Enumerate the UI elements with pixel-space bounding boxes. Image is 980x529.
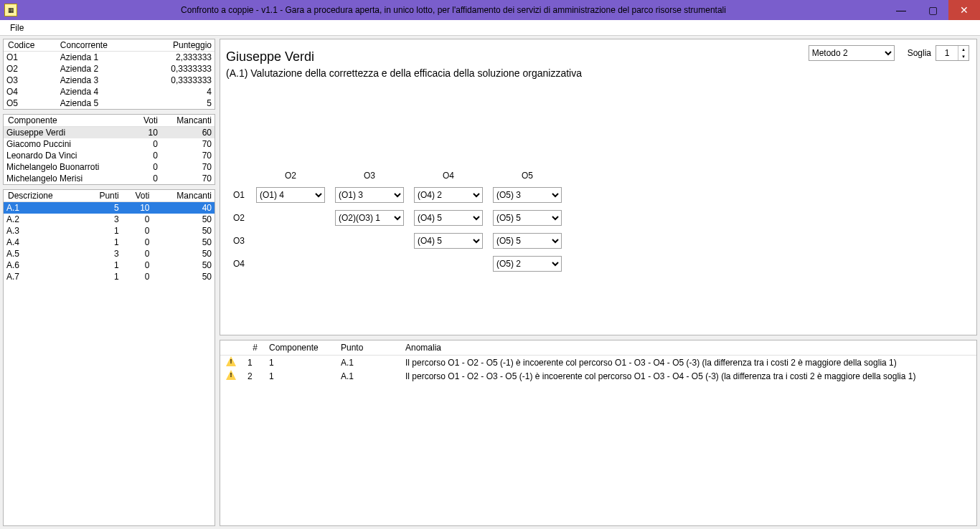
pair-select[interactable]: (O5) 2 xyxy=(493,256,562,272)
pair-select[interactable]: (O5) 3 xyxy=(493,187,562,203)
soglia-input[interactable] xyxy=(936,46,958,60)
table-row[interactable]: O4Azienda 44 xyxy=(4,86,215,97)
pair-select[interactable]: (O5) 5 xyxy=(493,233,562,249)
warning-icon xyxy=(226,370,236,380)
table-row[interactable]: A.41050 xyxy=(4,237,215,248)
spinner-up-icon[interactable]: ▲ xyxy=(958,46,969,53)
grid-row-label: O1 xyxy=(230,186,249,204)
main-panel: Metodo 2 Soglia ▲ ▼ Giuseppe Verdi (A.1)… xyxy=(220,39,977,335)
minimize-button[interactable]: — xyxy=(885,0,917,20)
col-voti[interactable]: Voti xyxy=(134,115,161,127)
panel-descrizioni: Descrizione Punti Voti Mancanti A.151040… xyxy=(3,189,215,526)
col-voti-d[interactable]: Voti xyxy=(122,190,153,202)
table-row[interactable]: O3Azienda 30,3333333 xyxy=(4,75,215,86)
grid-col-label: O3 xyxy=(332,171,407,181)
col-punti[interactable]: Punti xyxy=(83,190,122,202)
menubar: File xyxy=(0,20,980,36)
pair-select[interactable]: (O5) 5 xyxy=(493,210,562,226)
soglia-spinner[interactable]: ▲ ▼ xyxy=(936,45,969,61)
table-row[interactable]: A.31050 xyxy=(4,225,215,237)
table-row[interactable]: A.71050 xyxy=(4,271,215,282)
table-row[interactable]: Michelangelo Buonarroti070 xyxy=(4,161,215,173)
table-row[interactable]: O2Azienda 20,3333333 xyxy=(4,63,215,75)
col-an-punto[interactable]: Punto xyxy=(335,340,400,356)
col-concorrente[interactable]: Concorrente xyxy=(57,39,141,52)
table-row[interactable]: O5Azienda 55 xyxy=(4,97,215,109)
col-componente[interactable]: Componente xyxy=(4,115,134,127)
col-an-anomalia[interactable]: Anomalia xyxy=(400,340,976,356)
col-hash[interactable]: # xyxy=(242,340,263,356)
table-row[interactable]: A.151040 xyxy=(4,202,215,214)
col-descrizione[interactable]: Descrizione xyxy=(4,190,83,202)
grid-col-label: O4 xyxy=(411,171,486,181)
table-row[interactable]: Leonardo Da Vinci070 xyxy=(4,150,215,161)
warning-icon xyxy=(226,356,236,366)
col-warn[interactable] xyxy=(220,340,242,356)
method-select[interactable]: Metodo 2 xyxy=(809,45,895,61)
col-an-componente[interactable]: Componente xyxy=(263,340,335,356)
app-icon: ▦ xyxy=(4,4,17,16)
pair-select[interactable]: (O4) 2 xyxy=(414,187,483,203)
grid-row-label: O3 xyxy=(230,232,249,249)
criterion-subheading: (A.1) Valutazione della correttezza e de… xyxy=(226,67,971,79)
table-row[interactable]: 11A.1Il percorso O1 - O2 - O5 (-1) è inc… xyxy=(220,356,976,370)
grid-row-label: O4 xyxy=(230,255,249,272)
panel-concorrenti: Codice Concorrente Punteggio O1Azienda 1… xyxy=(3,39,215,110)
pairwise-grid: O2O3O4O5O1(O1) 4(O1) 3(O4) 2(O5) 3O2(O2)… xyxy=(226,165,971,278)
col-mancanti[interactable]: Mancanti xyxy=(161,115,215,127)
col-punteggio[interactable]: Punteggio xyxy=(141,39,215,52)
grid-row-label: O2 xyxy=(230,209,249,227)
table-row[interactable]: 21A.1Il percorso O1 - O2 - O3 - O5 (-1) … xyxy=(220,369,976,383)
col-codice[interactable]: Codice xyxy=(4,39,57,52)
window-title: Confronto a coppie - v1.1 - Gara a proce… xyxy=(22,5,885,15)
titlebar: ▦ Confronto a coppie - v1.1 - Gara a pro… xyxy=(0,0,980,20)
menu-file[interactable]: File xyxy=(4,22,29,34)
grid-col-label: O5 xyxy=(490,171,565,181)
soglia-label: Soglia xyxy=(908,48,931,58)
table-row[interactable]: Giacomo Puccini070 xyxy=(4,138,215,150)
table-row[interactable]: A.61050 xyxy=(4,259,215,271)
table-row[interactable]: Michelangelo Merisi070 xyxy=(4,173,215,184)
table-row[interactable]: A.53050 xyxy=(4,248,215,259)
close-button[interactable]: ✕ xyxy=(948,0,980,20)
pair-select[interactable]: (O4) 5 xyxy=(414,233,483,249)
panel-anomalie: # Componente Punto Anomalia 11A.1Il perc… xyxy=(220,340,977,526)
panel-componenti: Componente Voti Mancanti Giuseppe Verdi1… xyxy=(3,114,215,185)
col-mancanti-d[interactable]: Mancanti xyxy=(153,190,215,202)
pair-select[interactable]: (O4) 5 xyxy=(414,210,483,226)
table-row[interactable]: O1Azienda 12,333333 xyxy=(4,52,215,64)
pair-select[interactable]: (O1) 3 xyxy=(335,187,404,203)
grid-col-label: O2 xyxy=(253,171,328,181)
table-row[interactable]: Giuseppe Verdi1060 xyxy=(4,127,215,139)
maximize-button[interactable]: ▢ xyxy=(917,0,948,20)
spinner-down-icon[interactable]: ▼ xyxy=(958,53,969,60)
table-row[interactable]: A.23050 xyxy=(4,214,215,225)
pair-select[interactable]: (O1) 4 xyxy=(256,187,325,203)
pair-select[interactable]: (O2)(O3) 1 xyxy=(335,210,404,226)
